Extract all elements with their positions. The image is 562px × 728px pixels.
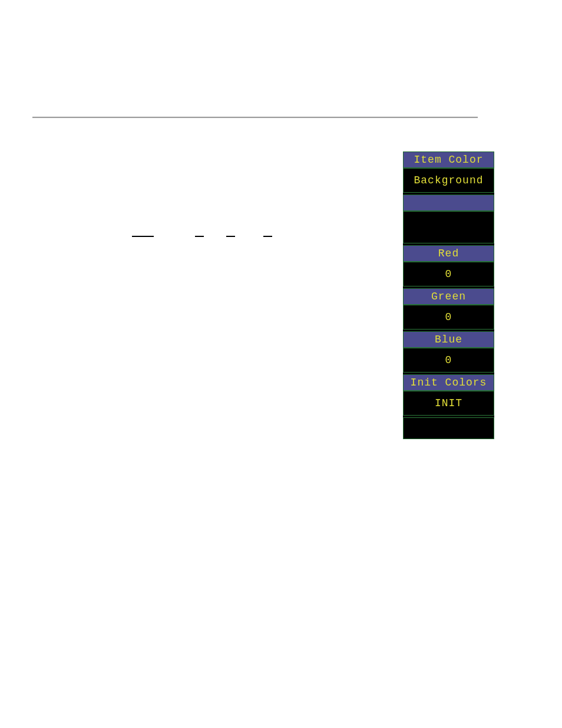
item-color-value[interactable]: Background: [403, 168, 494, 193]
green-value[interactable]: 0: [403, 305, 494, 330]
empty-footer-cell: [403, 417, 494, 439]
blue-value[interactable]: 0: [403, 348, 494, 373]
init-button[interactable]: INIT: [403, 391, 494, 416]
color-preview-header: [403, 195, 494, 211]
red-value[interactable]: 0: [403, 262, 494, 286]
blue-label: Blue: [403, 331, 494, 348]
item-color-panel: Item Color Background Red 0 Green 0 Blue…: [403, 151, 494, 439]
green-label: Green: [403, 288, 494, 305]
red-label: Red: [403, 245, 494, 262]
horizontal-rule: [32, 117, 478, 118]
init-colors-label: Init Colors: [403, 374, 494, 391]
panel-title: Item Color: [403, 151, 494, 168]
color-preview-swatch: [403, 211, 494, 243]
